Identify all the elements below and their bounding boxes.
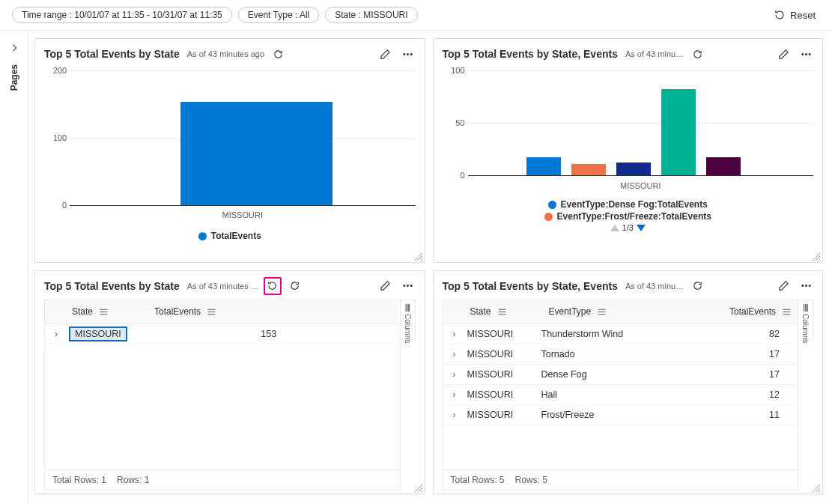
svg-point-5 [809, 53, 810, 55]
table-row[interactable]: ›MISSOURIThunderstorm Wind82 [443, 324, 798, 344]
cell-event: Frost/Freeze [537, 410, 642, 420]
columns-icon: |||| [405, 303, 410, 312]
edit-button[interactable] [377, 277, 395, 295]
card-top5-stateevents-chart: Top 5 Total Events by State, Events As o… [433, 38, 824, 263]
edit-button[interactable] [377, 45, 395, 63]
card-title: Top 5 Total Events by State, Events [443, 280, 618, 292]
col-header[interactable]: TotalEvents [154, 306, 201, 317]
resize-handle-icon[interactable] [415, 485, 422, 492]
bar-hail[interactable] [616, 163, 651, 175]
columns-panel-toggle[interactable]: |||| Columns [401, 300, 416, 340]
cell-event: Thunderstorm Wind [537, 329, 642, 339]
bar-densefog[interactable] [526, 157, 561, 175]
resize-handle-icon[interactable] [813, 253, 820, 261]
table-row[interactable]: › MISSOURI 153 [45, 324, 400, 344]
refresh-button[interactable] [286, 277, 304, 295]
card-asof: As of 43 minutes … [187, 282, 259, 291]
legend-page: 1/3 [622, 223, 634, 232]
cell-event: Tornado [537, 349, 642, 359]
table-row[interactable]: ›MISSOURIFrost/Freeze11 [443, 405, 798, 425]
reset-icon [774, 9, 786, 21]
refresh-button[interactable] [688, 45, 706, 63]
data-table: State EventType TotalEvents [443, 300, 799, 491]
cell-event: Hail [537, 389, 642, 400]
cell-total: 17 [642, 349, 795, 359]
card-top5-state-table: Top 5 Total Events by State As of 43 min… [34, 270, 425, 495]
filter-pill-timerange[interactable]: Time range : 10/01/07 at 11:35 - 10/31/0… [12, 7, 232, 23]
edit-button[interactable] [774, 277, 792, 295]
col-header[interactable]: State [72, 306, 93, 317]
bar-tornado[interactable] [706, 157, 741, 175]
cell-total: 12 [642, 389, 795, 400]
svg-point-6 [404, 285, 405, 286]
data-table: State TotalEvents › MISSOURI [44, 300, 401, 491]
col-menu-icon[interactable] [597, 307, 607, 317]
legend-swatch [544, 213, 553, 221]
legend-label: EventType:Dense Fog:TotalEvents [561, 199, 708, 210]
svg-point-10 [805, 285, 807, 286]
col-menu-icon[interactable] [497, 307, 507, 317]
more-button[interactable] [399, 277, 417, 295]
expand-row-icon[interactable]: › [446, 329, 463, 339]
resize-handle-icon[interactable] [813, 485, 820, 492]
more-button[interactable] [797, 277, 815, 295]
reset-label: Reset [790, 10, 816, 21]
svg-point-11 [809, 285, 810, 286]
svg-point-4 [805, 53, 807, 55]
cell-state: MISSOURI [463, 329, 537, 339]
y-tick: 100 [44, 133, 67, 142]
col-menu-icon[interactable] [99, 307, 109, 317]
col-menu-icon[interactable] [782, 307, 792, 317]
columns-panel-toggle[interactable]: |||| Columns [798, 300, 813, 340]
chart-legend: TotalEvents [35, 231, 425, 241]
col-header[interactable]: State [470, 306, 491, 317]
resize-handle-icon[interactable] [415, 253, 422, 261]
table-row[interactable]: ›MISSOURIHail12 [443, 385, 798, 405]
y-tick: 0 [443, 171, 465, 180]
table-row[interactable]: ›MISSOURIDense Fog17 [443, 365, 798, 385]
more-button[interactable] [797, 45, 815, 63]
columns-icon: |||| [803, 303, 807, 312]
expand-row-icon[interactable]: › [446, 369, 463, 380]
expand-row-icon[interactable]: › [446, 349, 463, 359]
col-header[interactable]: EventType [549, 306, 592, 317]
y-tick: 200 [44, 67, 67, 75]
bar-missouri[interactable] [180, 102, 333, 205]
filter-pill-eventtype[interactable]: Event Type : All [238, 7, 320, 23]
y-tick: 100 [443, 67, 465, 75]
reset-button[interactable]: Reset [769, 6, 820, 24]
chart-plot: 200 100 0 MISSOURI [70, 70, 416, 205]
chart-legend: EventType:Dense Fog:TotalEvents EventTyp… [434, 199, 823, 232]
card-asof: As of 43 minu… [625, 282, 684, 291]
reset-highlighted-button[interactable] [264, 277, 282, 295]
cell-state: MISSOURI [463, 410, 537, 420]
more-button[interactable] [399, 45, 417, 63]
expand-rail-button[interactable] [6, 40, 22, 58]
bar-thunderstorm[interactable] [661, 89, 696, 175]
card-title: Top 5 Total Events by State [44, 280, 180, 292]
filter-pill-state[interactable]: State : MISSOURI [325, 7, 417, 23]
expand-row-icon[interactable]: › [446, 389, 463, 400]
cell-total: 153 [141, 329, 397, 339]
legend-label: EventType:Frost/Freeze:TotalEvents [557, 211, 711, 222]
refresh-button[interactable] [688, 277, 706, 295]
cell-total: 17 [642, 369, 795, 380]
cell-state[interactable]: MISSOURI [69, 327, 127, 341]
filter-bar: Time range : 10/01/07 at 11:35 - 10/31/0… [0, 0, 832, 31]
legend-label: TotalEvents [211, 231, 261, 241]
cell-state: MISSOURI [463, 369, 537, 380]
pages-rail-label: Pages [9, 64, 19, 91]
expand-row-icon[interactable]: › [446, 410, 463, 420]
cell-event: Dense Fog [537, 369, 642, 380]
edit-button[interactable] [774, 45, 792, 63]
table-row[interactable]: ›MISSOURITornado17 [443, 344, 798, 365]
expand-row-icon[interactable]: › [48, 329, 64, 339]
col-header[interactable]: TotalEvents [729, 306, 776, 317]
cell-total: 82 [642, 329, 795, 339]
bar-frostfreeze[interactable] [571, 164, 606, 175]
refresh-button[interactable] [269, 45, 287, 63]
legend-prev-icon[interactable] [610, 225, 619, 231]
col-menu-icon[interactable] [207, 307, 216, 317]
legend-next-icon[interactable] [637, 225, 646, 231]
y-tick: 50 [443, 118, 465, 127]
